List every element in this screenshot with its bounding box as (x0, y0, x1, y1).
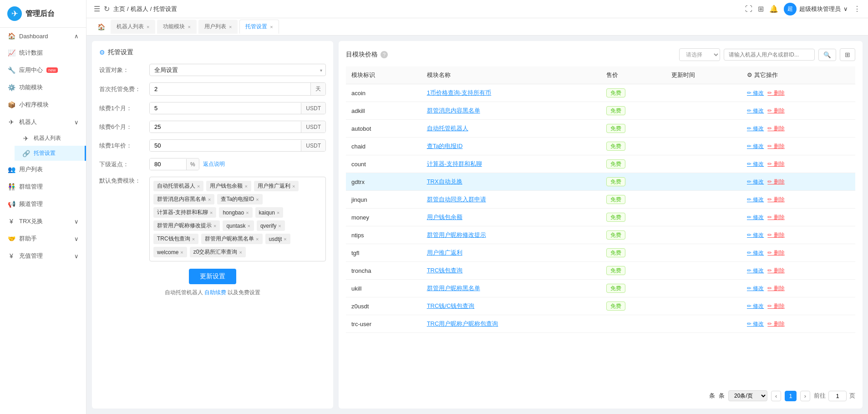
module-name-link[interactable]: 查Ta的电报ID (427, 143, 463, 149)
tab-func-module[interactable]: 功能模块 × (157, 20, 196, 34)
page-1-button[interactable]: 1 (785, 391, 796, 401)
tab-close-user-list[interactable]: × (229, 24, 232, 30)
sidebar-item-stats[interactable]: 📈 统计数据 (0, 44, 86, 61)
tag-close-calculator[interactable]: × (210, 210, 213, 215)
setting-type-select[interactable]: 全局设置 (149, 64, 326, 76)
delete-action[interactable]: ✏ 删除 (767, 90, 784, 96)
search-select[interactable]: 请选择 (679, 48, 720, 61)
bell-icon[interactable]: 🔔 (769, 5, 778, 13)
tag-close-autobot[interactable]: × (197, 184, 200, 189)
tag-close-welcome[interactable]: × (180, 250, 183, 255)
tab-close-robot-list[interactable]: × (147, 24, 149, 30)
module-name-link[interactable]: 自动托管机器人 (427, 125, 468, 132)
rebate-input[interactable] (150, 158, 186, 170)
module-name-link[interactable]: TRC钱包查询 (427, 267, 463, 274)
edit-action[interactable]: ✏ 修改 (747, 179, 764, 185)
delete-action[interactable]: ✏ 删除 (767, 285, 784, 291)
edit-action[interactable]: ✏ 修改 (747, 196, 764, 203)
sidebar-item-trx-exchange[interactable]: ¥ TRX兑换 ∨ (0, 213, 86, 230)
sidebar-item-group-helper[interactable]: 🤝 群助手 ∨ (0, 230, 86, 247)
tag-close-nick-blacklist[interactable]: × (256, 236, 259, 242)
edit-action[interactable]: ✏ 修改 (747, 125, 764, 132)
tab-close-hosting[interactable]: × (270, 24, 273, 30)
tag-close-qverify[interactable]: × (278, 223, 281, 229)
goto-input[interactable] (828, 391, 847, 401)
menu-toggle-icon[interactable]: ☰ (94, 5, 100, 13)
sidebar-item-func-module[interactable]: ⚙️ 功能模块 (0, 79, 86, 96)
edit-action[interactable]: ✏ 修改 (747, 107, 764, 114)
tag-close-trc-wallet[interactable]: × (192, 236, 195, 242)
tag-close-kaiqun[interactable]: × (277, 210, 279, 215)
sidebar-item-hosting[interactable]: 🔗 托管设置 (15, 146, 86, 161)
search-input[interactable] (724, 49, 815, 61)
delete-action[interactable]: ✏ 删除 (767, 250, 784, 256)
edit-action[interactable]: ✏ 修改 (747, 214, 764, 220)
delete-action[interactable]: ✏ 删除 (767, 267, 784, 274)
breadcrumb-robot[interactable]: 机器人 (131, 5, 148, 13)
grid-icon[interactable]: ⊞ (758, 5, 764, 13)
sidebar-item-group-mgmt[interactable]: 👫 群组管理 (0, 178, 86, 195)
module-name-link[interactable]: TRC用户昵称户昵称包查询 (427, 320, 498, 327)
user-info[interactable]: 超 超级模块管理员 ∨ (784, 3, 848, 15)
update-button[interactable]: 更新设置 (189, 269, 236, 284)
tab-hosting[interactable]: 托管设置 × (239, 20, 279, 34)
delete-action[interactable]: ✏ 删除 (767, 214, 784, 220)
edit-action[interactable]: ✏ 修改 (747, 285, 764, 291)
delete-action[interactable]: ✏ 删除 (767, 232, 784, 238)
first-free-input[interactable] (150, 83, 310, 95)
module-name-link[interactable]: 群管消息内容黑名单 (427, 107, 480, 114)
rebate-link[interactable]: 返点说明 (203, 160, 225, 168)
delete-action[interactable]: ✏ 删除 (767, 179, 784, 185)
search-button[interactable]: 🔍 (818, 49, 836, 61)
sidebar-item-dashboard[interactable]: 🏠 Dashboard ∧ (0, 28, 86, 44)
module-name-link[interactable]: 用户推广返利 (427, 249, 462, 256)
sidebar-item-app-center[interactable]: 🔧 应用中心 new (0, 61, 86, 79)
self-renew-link[interactable]: 自助续费 (204, 289, 226, 296)
edit-action[interactable]: ✏ 修改 (747, 90, 764, 96)
edit-action[interactable]: ✏ 修改 (747, 303, 764, 309)
edit-action[interactable]: ✏ 修改 (747, 267, 764, 274)
delete-action[interactable]: ✏ 删除 (767, 143, 784, 149)
tab-home[interactable]: 🏠 (94, 23, 109, 31)
tag-close-exchange[interactable]: × (239, 250, 242, 255)
module-name-link[interactable]: TRC钱/C钱包查询 (427, 302, 475, 309)
tag-close-hongbao[interactable]: × (246, 210, 249, 215)
tag-close-quntask[interactable]: × (247, 223, 250, 229)
prev-page-button[interactable]: ‹ (771, 391, 781, 401)
tab-robot-list[interactable]: 机器人列表 × (111, 20, 155, 34)
module-name-link[interactable]: TRX自动兑换 (427, 178, 462, 185)
delete-action[interactable]: ✏ 删除 (767, 161, 784, 167)
edit-action[interactable]: ✏ 修改 (747, 161, 764, 167)
delete-action[interactable]: ✏ 删除 (767, 321, 784, 327)
module-name-link[interactable]: 用户钱包余额 (427, 214, 462, 220)
edit-action[interactable]: ✏ 修改 (747, 250, 764, 256)
renew-1y-input[interactable] (150, 140, 301, 151)
delete-action[interactable]: ✏ 删除 (767, 196, 784, 203)
tag-close-balance[interactable]: × (244, 184, 247, 189)
sidebar-item-robot[interactable]: ✈ 机器人 ∨ (0, 113, 86, 131)
tag-close-usdtjt[interactable]: × (284, 236, 286, 242)
edit-action[interactable]: ✏ 修改 (747, 232, 764, 238)
tag-close-promo[interactable]: × (292, 184, 295, 189)
delete-action[interactable]: ✏ 删除 (767, 125, 784, 132)
tag-close-group-blacklist[interactable]: × (208, 197, 211, 202)
renew-6m-input[interactable] (150, 121, 301, 133)
help-icon[interactable]: ? (381, 51, 388, 58)
edit-action[interactable]: ✏ 修改 (747, 143, 764, 149)
tab-close-func-module[interactable]: × (188, 24, 190, 30)
refresh-icon[interactable]: ↻ (104, 5, 110, 13)
tab-user-list[interactable]: 用户列表 × (198, 20, 238, 34)
sidebar-item-user-list[interactable]: 👥 用户列表 (0, 161, 86, 178)
fullscreen-icon[interactable]: ⛶ (745, 5, 752, 13)
breadcrumb-home[interactable]: 主页 (113, 5, 125, 13)
tag-close-ntips[interactable]: × (213, 223, 216, 229)
sidebar-item-recharge-mgmt[interactable]: ¥ 充值管理 ∨ (0, 247, 86, 265)
module-name-link[interactable]: 计算器-支持群和私聊 (427, 160, 482, 167)
export-button[interactable]: ⊞ (840, 48, 855, 61)
sidebar-item-mini-module[interactable]: 📦 小程序模块 (0, 96, 86, 113)
module-name-link[interactable]: 群管用户昵称修改提示 (427, 231, 486, 238)
sidebar-item-channel-mgmt[interactable]: 📢 频道管理 (0, 195, 86, 213)
sidebar-item-robot-list[interactable]: ✈ 机器人列表 (15, 131, 86, 146)
module-name-link[interactable]: 1币价格查询-支持所有币 (427, 89, 492, 96)
more-icon[interactable]: ⋮ (853, 5, 861, 13)
